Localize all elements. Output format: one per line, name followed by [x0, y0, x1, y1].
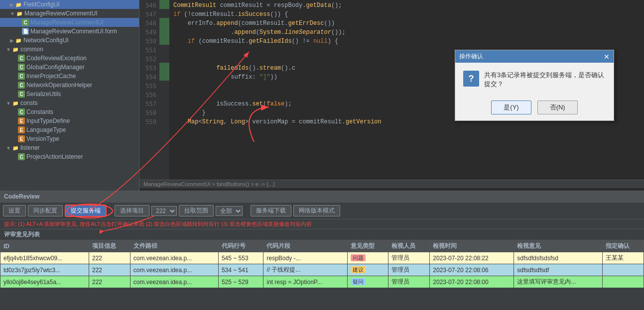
- sidebar-item-networkconfigui[interactable]: ▶ 📁 NetworkConfigUI: [0, 36, 139, 45]
- sidebar-label: CodeReviewException: [26, 55, 87, 62]
- arrow-icon: ▼: [10, 11, 15, 16]
- arrow-icon: ▼: [6, 101, 11, 106]
- folder-icon: 📁: [12, 144, 19, 151]
- network-mode-button[interactable]: 网络版本模式: [293, 205, 340, 216]
- sidebar-label: InnerProjectCache: [26, 73, 76, 80]
- sidebar-label: NetworkConfigUI: [23, 37, 69, 44]
- sidebar-item-managereviewcommentui-folder[interactable]: ▼ 📁 ManageReviewCommentUI: [0, 9, 139, 18]
- sidebar-item-languagetype[interactable]: E LanguageType: [0, 125, 139, 134]
- table-container[interactable]: ID 项目信息 文件路径 代码行号 代码片段 意见类型 检视人员 检视时间 检视…: [0, 240, 644, 310]
- sidebar-label: Constants: [26, 108, 53, 115]
- sidebar-item-managereviewcommentui-form[interactable]: 📄 ManageReviewCommentUI.form: [0, 27, 139, 36]
- enum-icon: E: [18, 135, 25, 142]
- sidebar-item-versiontype[interactable]: E VersionType: [0, 134, 139, 143]
- arrow-icon: ▶: [10, 38, 14, 43]
- cell-linenum: 545 ~ 553: [218, 252, 263, 264]
- sidebar-label: ProjectActionListener: [26, 153, 83, 160]
- arrow-icon: ▼: [6, 47, 11, 52]
- dialog-close-button[interactable]: ✕: [604, 53, 610, 61]
- sync-config-button[interactable]: 同步配置: [28, 205, 63, 216]
- sidebar-label: VersionType: [26, 135, 59, 142]
- sidebar-item-fieldconfigui[interactable]: ▶ 📁 FieldConfigUI: [0, 0, 139, 9]
- sidebar-label: FieldConfigUI: [23, 1, 60, 8]
- service-download-button[interactable]: 服务端下载: [251, 205, 291, 216]
- class-icon: C: [18, 55, 25, 62]
- sidebar-item-innerprojectcache[interactable]: C InnerProjectCache: [0, 72, 139, 81]
- cell-filepath: com.veezean.idea.p...: [130, 276, 218, 288]
- settings-button[interactable]: 设置: [3, 205, 26, 216]
- sidebar-label: listener: [20, 144, 40, 151]
- cell-time: 2023-07-20 22:08:22: [430, 252, 514, 264]
- sidebar-label: ManageReviewCommentUI: [30, 19, 104, 26]
- cell-assignee: [603, 264, 644, 276]
- sidebar-item-listener[interactable]: ▼ 📁 listener: [0, 143, 139, 152]
- class-icon: C: [18, 153, 25, 160]
- cell-project: 222: [89, 252, 130, 264]
- col-project: 项目信息: [89, 240, 130, 252]
- cell-type: 疑问: [347, 276, 388, 288]
- dialog-no-button[interactable]: 否(N): [537, 101, 578, 114]
- class-icon: C: [18, 91, 25, 98]
- cell-snippet: int resp = JOptionP...: [263, 276, 347, 288]
- cell-id: efjq4vb185xhwcw09...: [0, 252, 89, 264]
- dialog-buttons: 是(Y) 否(N): [455, 97, 614, 120]
- col-snippet: 代码片段: [263, 240, 347, 252]
- project-select[interactable]: 222: [151, 206, 177, 216]
- sidebar-label: ManageReviewCommentUI: [24, 10, 98, 17]
- cell-assignee: 王某某: [603, 252, 644, 264]
- sidebar-item-common[interactable]: ▼ 📁 common: [0, 45, 139, 54]
- breadcrumb: ManageReviewCommentUI > bindButtons() > …: [139, 180, 644, 188]
- enum-icon: E: [18, 126, 25, 133]
- code-line: errInfo.append(commitResult.getErrDesc()…: [173, 19, 640, 28]
- cell-time: 2023-07-20 22:08:06: [430, 264, 514, 276]
- pull-range-button[interactable]: 拉取范围: [179, 205, 214, 216]
- review-table: ID 项目信息 文件路径 代码行号 代码片段 意见类型 检视人员 检视时间 检视…: [0, 240, 644, 288]
- hint-bar: 提示: (1) ALT+A 添加评审意见, 按住ALT点击打开确认界面 (2) …: [0, 219, 644, 229]
- main-container: ▶ 📁 FieldConfigUI ▼ 📁 ManageReviewCommen…: [0, 0, 644, 310]
- class-icon: C: [18, 108, 25, 115]
- folder-icon: 📁: [12, 100, 19, 106]
- arrow-icon: ▼: [6, 145, 11, 151]
- sidebar-item-inputtypedefine[interactable]: E InputTypeDefine: [0, 116, 139, 125]
- table-section-title: 评审意见列表: [0, 229, 644, 240]
- sidebar-item-networkoperationhelper[interactable]: C NetworkOperationHelper: [0, 81, 139, 90]
- sidebar-label: LanguageType: [26, 126, 66, 133]
- table-row[interactable]: yllo0oj8e4sey61a5a... 222 com.veezean.id…: [0, 276, 644, 288]
- cell-id: yllo0oj8e4sey61a5a...: [0, 276, 89, 288]
- sidebar-item-codereviewexception[interactable]: C CodeReviewException: [0, 54, 139, 63]
- submit-service-button[interactable]: 提交服务端: [65, 205, 107, 217]
- cell-comment: sdfsdfdsfsdsfsd: [514, 252, 603, 264]
- folder-icon: 📁: [12, 46, 19, 53]
- sidebar-item-consts[interactable]: ▼ 📁 consts: [0, 99, 139, 107]
- cell-type: 建议: [347, 264, 388, 276]
- code-line: if (commitResult.getFailedIds() != null)…: [173, 37, 640, 46]
- class-icon: C: [18, 64, 25, 71]
- dialog-title-bar: 操作确认 ✕: [455, 50, 614, 63]
- cell-filepath: com.veezean.idea.p...: [130, 264, 218, 276]
- cell-comment: sdfsdfsdfsdf: [514, 264, 603, 276]
- sidebar-item-projectactionlistener[interactable]: C ProjectActionListener: [0, 152, 139, 161]
- sidebar-item-constants[interactable]: C Constants: [0, 107, 139, 116]
- folder-icon: 📁: [16, 10, 23, 17]
- col-id: ID: [0, 240, 89, 252]
- select-item-button[interactable]: 选择项目: [115, 205, 149, 216]
- cell-snippet: respBody -...: [263, 252, 347, 264]
- cell-assignee: [603, 276, 644, 288]
- sidebar-item-serializeutils[interactable]: C SerializeUtils: [0, 90, 139, 99]
- sidebar-item-globalconfigmanager[interactable]: C GlobalConfigManager: [0, 63, 139, 72]
- code-gutter: [159, 0, 169, 180]
- sidebar-label: NetworkOperationHelper: [26, 82, 92, 89]
- folder-icon: 📁: [15, 1, 22, 8]
- sidebar-item-managereviewcommentui-class[interactable]: C ManageReviewCommentUI: [0, 18, 139, 27]
- table-row[interactable]: td0z3s7jpz5ly7wtc3... 222 com.veezean.id…: [0, 264, 644, 276]
- dialog-yes-button[interactable]: 是(Y): [491, 101, 531, 114]
- col-type: 意见类型: [347, 240, 388, 252]
- cell-id: td0z3s7jpz5ly7wtc3...: [0, 264, 89, 276]
- cell-type: 问题: [347, 252, 388, 264]
- sidebar: ▶ 📁 FieldConfigUI ▼ 📁 ManageReviewCommen…: [0, 0, 139, 191]
- cell-comment: 这里填写评审意见内...: [514, 276, 603, 288]
- cell-linenum: 534 ~ 541: [218, 264, 263, 276]
- dialog-question-icon: ?: [463, 71, 479, 87]
- range-select[interactable]: 全部: [216, 206, 243, 216]
- table-row[interactable]: efjq4vb185xhwcw09... 222 com.veezean.ide…: [0, 252, 644, 264]
